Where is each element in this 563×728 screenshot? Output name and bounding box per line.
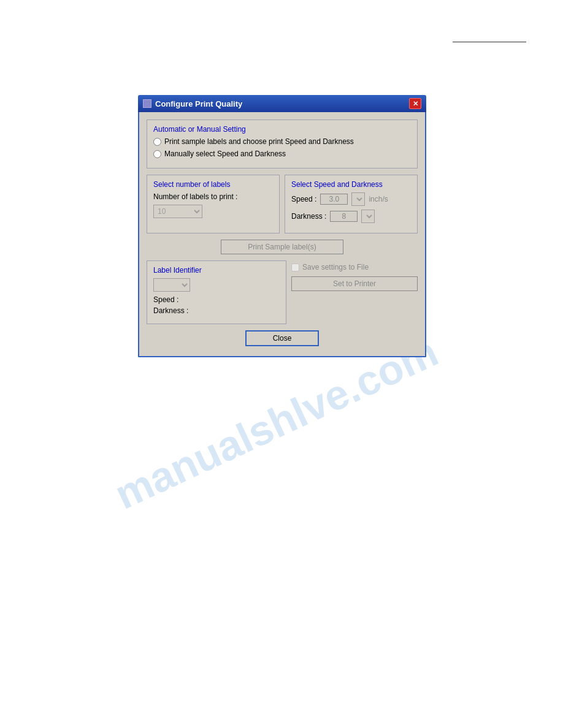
radio-print-sample[interactable]	[153, 138, 161, 146]
label-identifier-section: Label Identifier Speed : Darkness :	[147, 260, 286, 324]
label-id-darkness-row: Darkness :	[153, 306, 280, 315]
close-button[interactable]: Close	[245, 330, 319, 346]
num-labels-select[interactable]: 10	[153, 205, 202, 218]
select-labels-section: Select number of labels Number of labels…	[147, 175, 280, 233]
speed-value: 3.0	[320, 194, 348, 205]
set-to-printer-button[interactable]: Set to Printer	[291, 276, 418, 291]
two-col-section: Select number of labels Number of labels…	[147, 175, 418, 233]
label-identifier-label: Label Identifier	[153, 266, 280, 275]
darkness-row: Darkness : 8 ▾	[291, 210, 411, 223]
print-sample-button[interactable]: Print Sample label(s)	[221, 240, 343, 254]
save-settings-row: Save settings to File	[291, 263, 418, 271]
select-labels-section-label: Select number of labels	[153, 180, 273, 189]
radio-print-sample-row: Print sample labels and choose print Spe…	[153, 137, 411, 146]
dialog-close-button[interactable]: ✕	[409, 98, 421, 109]
label-id-speed-row: Speed :	[153, 295, 280, 304]
num-labels-label: Number of labels to print :	[153, 192, 237, 201]
dialog-icon	[143, 99, 151, 108]
select-speed-darkness-section: Select Speed and Darkness Speed : 3.0 ▾ …	[285, 175, 418, 233]
num-labels-row: Number of labels to print :	[153, 192, 273, 201]
dialog-title-bar: Configure Print Quality ✕	[138, 95, 426, 112]
title-bar-left: Configure Print Quality	[143, 99, 242, 108]
settings-group: Save settings to File Set to Printer	[291, 260, 418, 324]
darkness-label: Darkness :	[291, 212, 326, 221]
dialog-body: Automatic or Manual Setting Print sample…	[138, 112, 426, 357]
save-settings-label: Save settings to File	[302, 263, 369, 271]
automatic-manual-section: Automatic or Manual Setting Print sample…	[147, 119, 418, 169]
configure-print-quality-dialog: Configure Print Quality ✕ Automatic or M…	[138, 95, 426, 357]
label-id-darkness-label: Darkness :	[153, 306, 188, 315]
label-id-select[interactable]	[153, 278, 190, 292]
select-speed-darkness-label: Select Speed and Darkness	[291, 180, 411, 189]
label-id-speed-label: Speed :	[153, 295, 178, 304]
speed-label: Speed :	[291, 195, 316, 203]
bottom-section: Label Identifier Speed : Darkness : Save	[147, 260, 418, 324]
automatic-manual-label: Automatic or Manual Setting	[153, 125, 411, 134]
speed-dropdown[interactable]: ▾	[351, 192, 365, 206]
darkness-dropdown[interactable]: ▾	[361, 210, 375, 223]
radio-manual[interactable]	[153, 150, 161, 158]
darkness-value: 8	[330, 211, 358, 222]
radio-manual-row: Manually select Speed and Darkness	[153, 150, 411, 158]
radio-print-sample-label: Print sample labels and choose print Spe…	[164, 137, 354, 146]
top-decoration-line	[453, 42, 526, 42]
speed-unit: inch/s	[369, 195, 388, 203]
radio-manual-label: Manually select Speed and Darkness	[164, 150, 286, 158]
num-labels-dropdown-row: 10	[153, 205, 273, 218]
save-settings-checkbox[interactable]	[291, 264, 299, 271]
dialog-title: Configure Print Quality	[155, 99, 242, 108]
speed-row: Speed : 3.0 ▾ inch/s	[291, 192, 411, 206]
